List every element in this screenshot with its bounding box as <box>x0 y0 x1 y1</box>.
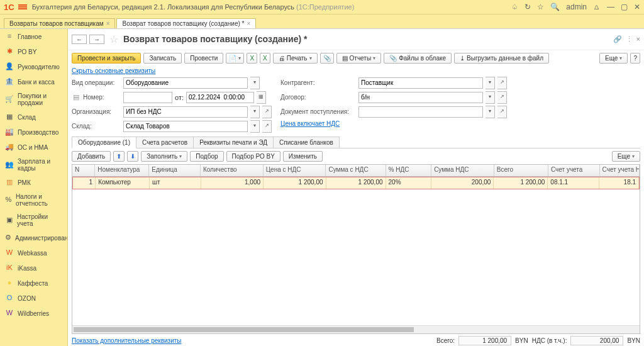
favorite-icon[interactable]: ☆ <box>109 33 118 45</box>
link-icon[interactable]: 🔗 <box>613 35 622 43</box>
doc-in-input[interactable] <box>358 106 483 118</box>
sidebar-item[interactable]: ●Каффеста <box>0 276 67 291</box>
doc-tab-1[interactable]: Возврат товаров поставщику (создание) *× <box>116 18 256 28</box>
grid-row[interactable]: 1Компьютершт1,0001 200,001 200,0020%200,… <box>72 177 640 189</box>
contract-input[interactable] <box>358 92 483 103</box>
edit-row-button[interactable]: Изменить <box>283 151 323 162</box>
pick-button[interactable]: Подбор <box>190 151 223 162</box>
sub-tab[interactable]: Счета расчетов <box>136 137 194 148</box>
grid-cell[interactable]: 200,00 <box>431 177 494 189</box>
dropdown-icon[interactable]: ▾ <box>250 106 260 118</box>
maximize-icon[interactable]: ▢ <box>621 3 628 11</box>
grid-cell[interactable]: 1 200,00 <box>326 177 386 189</box>
excel-button-2[interactable]: X <box>260 53 270 64</box>
files-cloud-button[interactable]: 📎 Файлы в облаке <box>384 53 452 64</box>
grid-cell[interactable]: шт <box>150 177 201 189</box>
hide-main-requisites-link[interactable]: Скрыть основные реквизиты <box>68 66 644 75</box>
sidebar-item[interactable]: ▥РМК <box>0 175 67 190</box>
sidebar-item[interactable]: 🏭Производство <box>0 125 67 140</box>
doc-tab-0[interactable]: Возвраты товаров поставщикам× <box>4 18 115 28</box>
post-and-close-button[interactable]: Провести и закрыть <box>72 53 141 64</box>
sidebar-item[interactable]: WWebkassa <box>0 245 67 260</box>
star-icon[interactable]: ☆ <box>537 3 544 11</box>
grid-col-header[interactable]: % НДС <box>386 165 432 176</box>
grid-col-header[interactable]: Цена с НДС <box>264 165 326 176</box>
sidebar-item[interactable]: WWildberries <box>0 306 67 321</box>
dropdown-icon[interactable]: ▾ <box>250 77 260 89</box>
add-row-button[interactable]: Добавить <box>72 151 111 162</box>
sync-icon[interactable]: 🜂 <box>593 3 601 11</box>
close-tab-icon[interactable]: × <box>247 20 251 27</box>
kebab-icon[interactable]: ⋮ <box>626 35 633 43</box>
open-ref-icon[interactable]: ↗ <box>497 77 507 89</box>
dropdown-icon[interactable]: ▾ <box>250 120 260 133</box>
nav-back-button[interactable]: ← <box>72 35 87 44</box>
sub-tab[interactable]: Оборудование (1) <box>72 137 136 148</box>
calendar-icon[interactable]: ▦ <box>257 91 266 104</box>
op-input[interactable] <box>123 77 248 89</box>
open-ref-icon[interactable]: ↗ <box>262 106 272 118</box>
grid-cell[interactable]: 08.1.1 <box>548 177 599 189</box>
grid-cell[interactable]: 1,000 <box>201 177 264 189</box>
write-button[interactable]: Записать <box>143 53 182 64</box>
minimize-icon[interactable]: — <box>607 3 614 11</box>
reports-button[interactable]: ▤ Отчеты▾ <box>336 53 382 64</box>
grid-cell[interactable]: 20% <box>386 177 431 189</box>
move-up-button[interactable]: ⬆ <box>113 151 125 162</box>
main-menu-icon[interactable] <box>18 4 27 10</box>
sidebar-item[interactable]: 🏦Банк и касса <box>0 74 67 89</box>
excel-button-1[interactable]: X <box>247 53 257 64</box>
open-ref-icon[interactable]: ↗ <box>262 120 272 133</box>
sidebar-item[interactable]: 🚚ОС и НМА <box>0 140 67 155</box>
history-icon[interactable]: ↻ <box>525 3 531 11</box>
grid-cell[interactable]: 18.1 <box>599 177 639 189</box>
grid-col-header[interactable]: Количество <box>201 165 264 176</box>
more-button[interactable]: Еще▾ <box>599 53 628 64</box>
grid-col-header[interactable]: Счет учета НДС <box>600 165 640 176</box>
grid-col-header[interactable]: Счет учета <box>548 165 600 176</box>
grid-col-header[interactable]: Всего <box>494 165 548 176</box>
close-icon[interactable]: ✕ <box>634 3 640 11</box>
num-input[interactable] <box>123 92 172 103</box>
export-file-button[interactable]: ⤓ Выгрузить данные в файл <box>454 53 549 64</box>
sidebar-item[interactable]: 👤Руководителю <box>0 59 67 74</box>
attach-button[interactable]: 📎 <box>320 53 334 64</box>
date-input[interactable] <box>186 92 254 103</box>
h-scrollbar[interactable] <box>72 325 640 333</box>
grid-col-header[interactable]: Сумма НДС <box>431 165 494 176</box>
help-button[interactable]: ? <box>630 53 640 64</box>
sidebar-item[interactable]: iKiKassa <box>0 260 67 276</box>
sidebar-item[interactable]: %Налоги и отчетность <box>0 190 67 210</box>
org-input[interactable] <box>123 106 248 118</box>
move-down-button[interactable]: ⬇ <box>127 151 138 162</box>
grid-cell[interactable]: 1 200,00 <box>264 177 326 189</box>
open-ref-icon[interactable]: ↗ <box>497 106 507 118</box>
sub-tab[interactable]: Списание бланков <box>273 137 340 148</box>
nav-fwd-button[interactable]: → <box>89 35 104 44</box>
open-ref-icon[interactable]: ↗ <box>497 91 507 104</box>
stock-input[interactable] <box>123 121 248 132</box>
sidebar-item[interactable]: 🛒Покупки и продажи <box>0 89 67 109</box>
sidebar-item[interactable]: OOZON <box>0 291 67 306</box>
dropdown-icon[interactable]: ▾ <box>486 77 495 89</box>
sidebar-item[interactable]: ✱РО BY <box>0 44 67 59</box>
sidebar-item[interactable]: ▦Склад <box>0 109 67 125</box>
grid-col-header[interactable]: N <box>72 165 95 176</box>
search-icon[interactable]: 🔍 <box>550 3 560 11</box>
sidebar-item[interactable]: ⚙Администрирование <box>0 230 67 245</box>
dropdown-icon[interactable]: ▾ <box>486 91 495 104</box>
doc-state-button[interactable]: 📄▾ <box>226 53 244 64</box>
post-button[interactable]: Провести <box>184 53 223 64</box>
grid-more-button[interactable]: Еще▾ <box>612 151 640 162</box>
agent-input[interactable] <box>358 77 483 89</box>
sidebar-item[interactable]: ≡Главное <box>0 29 67 44</box>
sub-tab[interactable]: Реквизиты печати и ЭД <box>193 137 274 148</box>
close-tab-icon[interactable]: × <box>106 20 110 27</box>
fill-button[interactable]: Заполнить▾ <box>141 151 187 162</box>
grid-cell[interactable]: 1 200,00 <box>494 177 548 189</box>
grid-cell[interactable]: Компьютер <box>96 177 150 189</box>
close-page-icon[interactable]: × <box>636 35 640 43</box>
pick-roby-button[interactable]: Подбор РО BY <box>226 151 280 162</box>
dropdown-icon[interactable]: ▾ <box>486 106 495 118</box>
sidebar-item[interactable]: ▣Настройки учета <box>0 210 67 230</box>
